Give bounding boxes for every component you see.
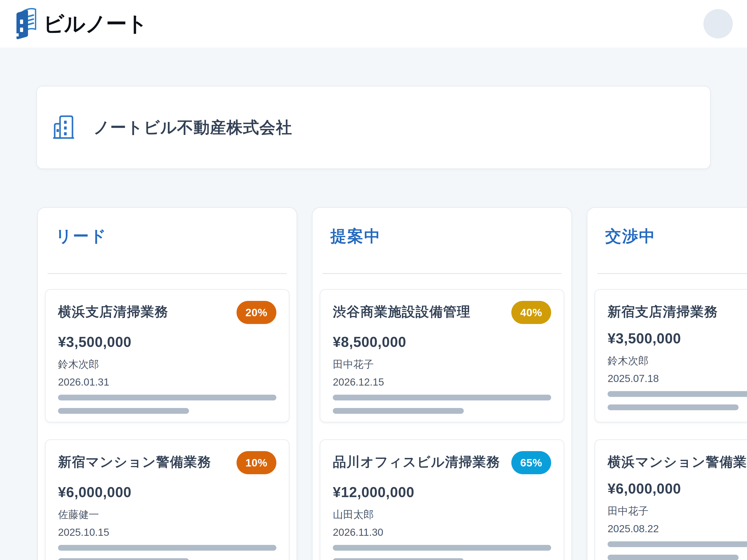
deal-amount: ¥3,500,000 (58, 334, 276, 350)
deal-card[interactable]: 渋谷商業施設設備管理40%¥8,500,000田中花子2026.12.15 (320, 289, 564, 422)
placeholder-bar-short (608, 555, 739, 560)
column-cards: 新宿支店清掃業務¥3,500,000鈴木次郎2025.07.18横浜マンション警… (594, 289, 747, 560)
column-divider (48, 273, 287, 274)
deal-owner: 田中花子 (333, 358, 551, 371)
deal-card[interactable]: 新宿支店清掃業務¥3,500,000鈴木次郎2025.07.18 (594, 289, 747, 422)
deal-card[interactable]: 横浜支店清掃業務20%¥3,500,000鈴木次郎2026.01.31 (45, 289, 289, 422)
deal-card[interactable]: 新宿マンション警備業務10%¥6,000,000佐藤健一2025.10.15 (45, 439, 289, 560)
probability-badge: 20% (236, 301, 276, 324)
deal-owner: 鈴木次郎 (608, 354, 747, 367)
column-cards: 渋谷商業施設設備管理40%¥8,500,000田中花子2026.12.15品川オ… (320, 289, 564, 560)
app-logo-icon (14, 7, 37, 41)
pipeline-column: 提案中渋谷商業施設設備管理40%¥8,500,000田中花子2026.12.15… (312, 207, 572, 560)
deal-card-top: 横浜マンション警備業務 (608, 453, 747, 471)
user-avatar[interactable] (703, 9, 733, 38)
column-title: 交渉中 (605, 225, 747, 247)
placeholder-bar-long (608, 541, 747, 547)
placeholder-bar-short (333, 408, 464, 414)
placeholder-bar-short (333, 558, 464, 560)
deal-amount: ¥6,000,000 (58, 484, 276, 501)
deal-card-top: 渋谷商業施設設備管理40% (333, 303, 551, 324)
deal-card-top: 新宿マンション警備業務10% (58, 453, 276, 474)
deal-amount: ¥3,500,000 (608, 330, 747, 347)
deal-amount: ¥8,500,000 (333, 334, 551, 350)
placeholder-bar-long (58, 545, 276, 551)
deal-owner: 山田太郎 (333, 508, 551, 521)
probability-badge: 40% (511, 301, 551, 324)
deal-amount: ¥12,000,000 (333, 484, 551, 501)
column-title: リード (56, 225, 279, 247)
column-title: 提案中 (330, 225, 553, 247)
placeholder-bar-short (58, 408, 189, 414)
deal-owner: 鈴木次郎 (58, 358, 276, 371)
deal-card-top: 品川オフィスビル清掃業務65% (333, 453, 551, 474)
deal-date: 2026.11.30 (333, 526, 551, 539)
app-logo-text: ビルノート (43, 10, 147, 38)
placeholder-bar-long (608, 391, 747, 397)
deal-title: 品川オフィスビル清掃業務 (333, 453, 500, 471)
deal-title: 新宿マンション警備業務 (58, 453, 211, 471)
column-divider (597, 273, 747, 274)
deal-owner: 田中花子 (608, 504, 747, 517)
deal-title: 横浜支店清掃業務 (58, 303, 168, 320)
deal-card[interactable]: 横浜マンション警備業務¥6,000,000田中花子2025.08.22 (594, 439, 747, 560)
placeholder-bar-short (608, 404, 739, 410)
deal-title: 新宿支店清掃業務 (608, 303, 718, 320)
probability-badge: 65% (511, 451, 551, 474)
deal-amount: ¥6,000,000 (608, 480, 747, 497)
deal-owner: 佐藤健一 (58, 508, 276, 521)
deal-date: 2026.01.31 (58, 376, 276, 389)
company-name: ノートビル不動産株式会社 (93, 117, 292, 138)
app-logo[interactable]: ビルノート (14, 7, 147, 41)
placeholder-bar-long (333, 395, 551, 400)
deal-card[interactable]: 品川オフィスビル清掃業務65%¥12,000,000山田太郎2026.11.30 (320, 439, 564, 560)
pipeline-column: 交渉中新宿支店清掃業務¥3,500,000鈴木次郎2025.07.18横浜マンシ… (587, 207, 747, 560)
app-header: ビルノート (0, 0, 747, 48)
pipeline-column: リード横浜支店清掃業務20%¥3,500,000鈴木次郎2026.01.31新宿… (37, 207, 297, 560)
placeholder-bar-long (333, 545, 551, 551)
probability-badge: 10% (236, 451, 276, 474)
deal-date: 2025.07.18 (608, 372, 747, 385)
building-icon (52, 115, 75, 140)
placeholder-bar-long (58, 395, 276, 400)
deal-date: 2025.10.15 (58, 526, 276, 539)
deal-card-top: 新宿支店清掃業務 (608, 303, 747, 320)
column-divider (323, 273, 562, 274)
company-card[interactable]: ノートビル不動産株式会社 (36, 86, 711, 169)
deal-date: 2025.08.22 (608, 522, 747, 535)
deal-title: 渋谷商業施設設備管理 (333, 303, 471, 320)
placeholder-bar-short (58, 558, 189, 560)
column-cards: 横浜支店清掃業務20%¥3,500,000鈴木次郎2026.01.31新宿マンシ… (45, 289, 289, 560)
deal-date: 2026.12.15 (333, 376, 551, 389)
pipeline-board: リード横浜支店清掃業務20%¥3,500,000鈴木次郎2026.01.31新宿… (37, 207, 747, 560)
deal-card-top: 横浜支店清掃業務20% (58, 303, 276, 324)
deal-title: 横浜マンション警備業務 (608, 453, 747, 471)
